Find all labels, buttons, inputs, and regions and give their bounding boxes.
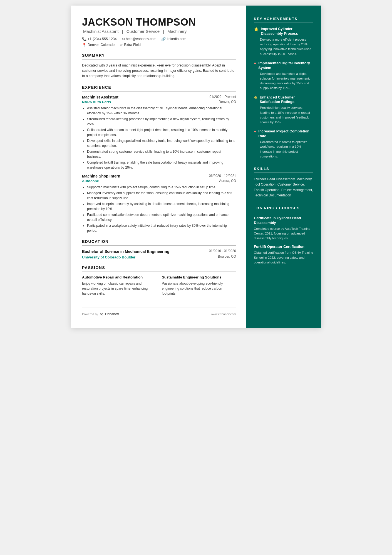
training-1-title: Certificate in Cylinder Head Disassembly: [254, 216, 313, 225]
edu-degree: Bachelor of Science in Mechanical Engine…: [82, 249, 169, 254]
link-icon: 🔗: [161, 37, 166, 41]
achievement-2: ♥ Implemented Digital Inventory System D…: [254, 61, 313, 91]
passion-2-text: Passionate about developing eco-friendly…: [162, 281, 236, 296]
list-item: Completed forklift training, enabling th…: [87, 160, 236, 170]
achievement-3-header: ⚙ Enhanced Customer Satisfaction Ratings: [254, 95, 313, 105]
achievements-title: KEY ACHIEVEMENTS: [254, 17, 313, 21]
job-2-date: 06/2020 - 12/2021: [209, 174, 236, 178]
extra-text: Extra Field: [124, 43, 141, 47]
list-item: Participated in a workplace safety initi…: [87, 223, 236, 233]
extra-item: ☆ Extra Field: [120, 43, 141, 47]
job-1-header: Machinist Assistant 01/2022 - Present: [82, 95, 236, 99]
subtitle-part2: Customer Service: [126, 29, 160, 34]
email-item: ✉ help@enhancv.com: [122, 37, 157, 41]
job-2-bullets: Supported machinists with project setups…: [82, 185, 236, 233]
passion-2: Sustainable Engineering Solutions Passio…: [162, 275, 236, 296]
website-text: linkedin.com: [167, 37, 186, 41]
achievement-4-text: Collaborated in teams to optimize workfl…: [254, 140, 313, 159]
passion-1-title: Automotive Repair and Restoration: [82, 275, 156, 280]
training-1: Certificate in Cylinder Head Disassembly…: [254, 216, 313, 241]
achievement-2-title: Implemented Digital Inventory System: [258, 61, 313, 70]
resume-wrapper: JACKSON THOMPSON Machinist Assistant | C…: [71, 6, 321, 328]
list-item: Improved blueprint accuracy by assisting…: [87, 201, 236, 211]
training-section: TRAINING / COURSES Certificate in Cylind…: [254, 206, 313, 265]
job-1-sub: NAPA Auto Parts Denver, CO: [82, 100, 236, 104]
right-column: KEY ACHIEVEMENTS ⭐ Improved Cylinder Dis…: [246, 6, 321, 328]
footer-brand: Enhancv: [105, 312, 119, 316]
job-2: Machine Shop Intern 06/2020 - 12/2021 Au…: [82, 174, 236, 233]
footer-website: www.enhancv.com: [211, 312, 236, 316]
subtitle-sep1: |: [122, 29, 124, 34]
job-1-location: Denver, CO: [219, 100, 236, 104]
achievement-2-text: Developed and launched a digital solutio…: [254, 71, 313, 91]
education-section: EDUCATION Bachelor of Science in Mechani…: [82, 239, 236, 259]
header-subtitle: Machinist Assistant | Customer Service |…: [82, 29, 236, 34]
passions-grid: Automotive Repair and Restoration Enjoy …: [82, 275, 236, 296]
job-2-title: Machine Shop Intern: [82, 174, 120, 178]
achievement-3-icon: ⚙: [254, 95, 257, 100]
location-text: Denver, Colorado: [88, 43, 115, 47]
experience-divider: [82, 91, 236, 92]
subtitle-part1: Machinist Assistant: [83, 29, 119, 34]
training-2-title: Forklift Operator Certification: [254, 245, 313, 249]
phone-item: 📞 +1-(234)-555-1234: [82, 37, 117, 41]
location-icon: 📍: [82, 43, 86, 47]
left-column: JACKSON THOMPSON Machinist Assistant | C…: [71, 6, 246, 328]
passions-divider: [82, 272, 236, 272]
list-item: Supported machinists with project setups…: [87, 185, 236, 190]
passion-1-text: Enjoy working on classic car repairs and…: [82, 281, 156, 296]
email-icon: ✉: [122, 37, 125, 41]
skills-text: Cylinder Head Disassembly, Machinery Too…: [254, 177, 313, 198]
list-item: Developed skills in using specialized ma…: [87, 138, 236, 148]
passion-1: Automotive Repair and Restoration Enjoy …: [82, 275, 156, 296]
header: JACKSON THOMPSON Machinist Assistant | C…: [82, 17, 236, 47]
summary-text: Dedicated with 3 years of machinist expe…: [82, 63, 236, 79]
enhancv-logo-icon: ∞: [100, 311, 103, 317]
achievements-divider: [254, 23, 313, 23]
job-1-title: Machinist Assistant: [82, 95, 118, 99]
star-icon: ☆: [120, 43, 123, 47]
achievement-3-text: Provided high-quality services leading t…: [254, 105, 313, 125]
training-2: Forklift Operator Certification Obtained…: [254, 245, 313, 265]
training-2-text: Obtained certification from OSHA Trainin…: [254, 250, 313, 265]
achievement-4-icon: ♥: [254, 129, 256, 134]
edu-location: Boulder, CO: [218, 255, 236, 259]
education-header: Bachelor of Science in Mechanical Engine…: [82, 249, 236, 254]
skills-title: SKILLS: [254, 167, 313, 171]
edu-sub: University of Colorado Boulder Boulder, …: [82, 255, 236, 259]
experience-section: EXPERIENCE Machinist Assistant 01/2022 -…: [82, 85, 236, 233]
achievement-4-title: Increased Project Completion Rate: [258, 129, 313, 139]
achievement-2-header: ♥ Implemented Digital Inventory System: [254, 61, 313, 70]
list-item: Collaborated with a team to meet tight p…: [87, 127, 236, 137]
skills-divider: [254, 172, 313, 173]
contact-row: 📞 +1-(234)-555-1234 ✉ help@enhancv.com 🔗…: [82, 37, 236, 41]
job-1-date: 01/2022 - Present: [210, 95, 236, 99]
footer-powered-by: Powered by: [82, 312, 98, 316]
footer-logo: Powered by ∞ Enhancv: [82, 311, 119, 317]
education-divider: [82, 245, 236, 246]
achievement-4: ♥ Increased Project Completion Rate Coll…: [254, 129, 313, 159]
passions-title: PASSIONS: [82, 265, 236, 270]
list-item: Demonstrated strong customer service ski…: [87, 149, 236, 159]
edu-date: 01/2016 - 01/2020: [209, 249, 236, 253]
phone-icon: 📞: [82, 37, 86, 41]
email-text: help@enhancv.com: [126, 37, 157, 41]
training-title: TRAINING / COURSES: [254, 206, 313, 210]
location-item: 📍 Denver, Colorado: [82, 43, 115, 47]
list-item: Streamlined record-keeping processes by …: [87, 117, 236, 127]
achievement-1-title: Improved Cylinder Disassembly Process: [261, 27, 313, 36]
footer: Powered by ∞ Enhancv www.enhancv.com: [82, 307, 236, 317]
edu-school: University of Colorado Boulder: [82, 255, 135, 259]
achievements-section: KEY ACHIEVEMENTS ⭐ Improved Cylinder Dis…: [254, 17, 313, 159]
skills-section: SKILLS Cylinder Head Disassembly, Machin…: [254, 167, 313, 198]
training-divider: [254, 212, 313, 212]
achievement-1-text: Devised a more efficient process reducin…: [254, 37, 313, 56]
achievement-2-icon: ♥: [254, 61, 256, 66]
summary-section: SUMMARY Dedicated with 3 years of machin…: [82, 53, 236, 79]
summary-divider: [82, 59, 236, 60]
subtitle-part3: Machinery: [167, 29, 187, 34]
phone-text: +1-(234)-555-1234: [88, 37, 117, 41]
job-2-header: Machine Shop Intern 06/2020 - 12/2021: [82, 174, 236, 178]
job-2-company: AutoZone: [82, 179, 99, 183]
passions-section: PASSIONS Automotive Repair and Restorati…: [82, 265, 236, 296]
